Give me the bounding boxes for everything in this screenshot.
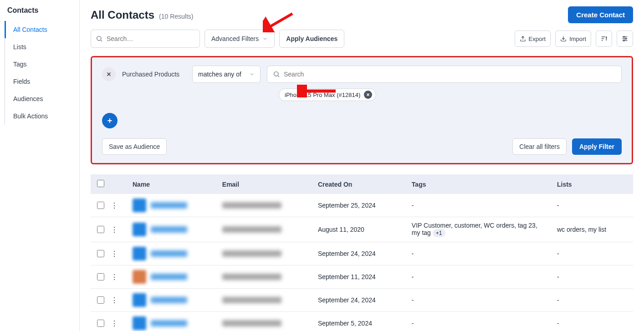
row-menu-button[interactable]: ⋮: [109, 201, 120, 210]
table-row: ⋮September 24, 2024--: [91, 242, 633, 265]
col-tags[interactable]: Tags: [405, 174, 551, 194]
tags-cell: -: [405, 312, 551, 331]
created-on: September 24, 2024: [312, 242, 405, 265]
filter-chip-label: iPhone 15 Pro Max (#12814): [285, 92, 360, 98]
sidebar-item-tags[interactable]: Tags: [5, 56, 79, 73]
remove-chip-button[interactable]: [364, 91, 372, 99]
avatar: [133, 199, 146, 212]
search-icon: [96, 35, 103, 42]
add-filter-button[interactable]: [102, 113, 118, 128]
contact-name[interactable]: [151, 274, 187, 280]
export-button[interactable]: Export: [515, 31, 551, 47]
row-menu-button[interactable]: ⋮: [109, 273, 120, 281]
lists-cell: -: [551, 312, 633, 331]
more-tags-badge[interactable]: +1: [433, 229, 445, 237]
clear-filters-button[interactable]: Clear all filters: [512, 138, 567, 155]
table-row: ⋮August 11, 2020VIP Customer, customer, …: [91, 217, 633, 242]
row-checkbox[interactable]: [97, 226, 104, 233]
filter-settings-button[interactable]: [617, 31, 633, 47]
col-lists[interactable]: Lists: [551, 174, 633, 194]
sort-icon: [600, 35, 608, 42]
save-as-audience-button[interactable]: Save as Audience: [102, 138, 167, 155]
lists-cell: -: [551, 289, 633, 312]
apply-audiences-button[interactable]: Apply Audiences: [279, 30, 344, 48]
col-name[interactable]: Name: [126, 174, 216, 194]
row-checkbox[interactable]: [97, 296, 104, 304]
contact-email: [222, 250, 281, 257]
contact-email: [222, 202, 281, 209]
svg-point-9: [624, 36, 625, 38]
created-on: September 11, 2024: [312, 265, 405, 289]
contact-name[interactable]: [151, 297, 187, 303]
row-checkbox[interactable]: [97, 273, 104, 280]
close-icon: [366, 92, 370, 97]
col-email[interactable]: Email: [216, 174, 312, 194]
search-input[interactable]: [107, 35, 195, 42]
chevron-down-icon: [249, 71, 255, 77]
create-contact-button[interactable]: Create Contact: [568, 6, 633, 23]
advanced-filters-label: Advanced Filters: [211, 35, 259, 42]
table-row: ⋮September 11, 2024--: [91, 265, 633, 289]
filter-chip: iPhone 15 Pro Max (#12814): [279, 88, 376, 101]
sort-settings-button[interactable]: [596, 31, 612, 47]
row-checkbox[interactable]: [97, 250, 104, 257]
import-button[interactable]: Import: [555, 31, 591, 47]
filter-panel: Purchased Products matches any of iPhone…: [91, 56, 633, 164]
filter-value-input[interactable]: [284, 71, 616, 78]
table-header-row: Name Email Created On Tags Lists: [91, 174, 633, 194]
created-on: September 24, 2024: [312, 289, 405, 312]
page-title-text: All Contacts: [91, 9, 154, 21]
toolbar: Advanced Filters Apply Audiences Export …: [91, 30, 633, 48]
lists-cell: wc orders, my list: [551, 217, 633, 242]
created-on: August 11, 2020: [312, 217, 405, 242]
main-content: All Contacts (10 Results) Create Contact…: [80, 0, 644, 331]
svg-point-11: [625, 38, 627, 40]
export-label: Export: [529, 36, 546, 42]
export-icon: [520, 36, 526, 42]
table-row: ⋮September 24, 2024--: [91, 289, 633, 312]
avatar: [133, 270, 146, 284]
tags-cell: VIP Customer, customer, WC orders, tag 2…: [405, 217, 551, 242]
col-created[interactable]: Created On: [312, 174, 405, 194]
search-icon: [273, 71, 280, 78]
sidebar-item-bulk-actions[interactable]: Bulk Actions: [5, 107, 79, 125]
row-checkbox[interactable]: [97, 320, 104, 327]
row-menu-button[interactable]: ⋮: [109, 225, 120, 234]
filter-operator-select[interactable]: matches any of: [192, 66, 261, 83]
contact-name[interactable]: [151, 226, 187, 233]
row-menu-button[interactable]: ⋮: [109, 250, 120, 258]
row-menu-button[interactable]: ⋮: [109, 296, 120, 305]
results-count: (10 Results): [159, 13, 193, 20]
contact-name[interactable]: [151, 202, 187, 209]
import-icon: [560, 36, 567, 42]
created-on: September 5, 2024: [312, 312, 405, 331]
search-box[interactable]: [91, 30, 200, 48]
filter-value-search[interactable]: [267, 66, 622, 83]
row-menu-button[interactable]: ⋮: [109, 319, 120, 328]
tags-cell: -: [405, 289, 551, 312]
contacts-table: Name Email Created On Tags Lists ⋮Septem…: [91, 174, 633, 331]
contact-email: [222, 226, 281, 233]
lists-cell: -: [551, 242, 633, 265]
remove-filter-button[interactable]: [102, 67, 116, 81]
tags-cell: -: [405, 194, 551, 217]
tags-cell: -: [405, 242, 551, 265]
table-row: ⋮September 5, 2024--: [91, 312, 633, 331]
contact-email: [222, 320, 281, 326]
apply-filter-button[interactable]: Apply Filter: [572, 138, 622, 155]
select-all-checkbox[interactable]: [97, 180, 104, 187]
row-checkbox[interactable]: [97, 202, 104, 209]
sidebar-item-audiences[interactable]: Audiences: [5, 90, 79, 107]
filter-operator-value: matches any of: [198, 71, 241, 78]
filter-field-label: Purchased Products: [122, 71, 186, 78]
tags-cell: -: [405, 265, 551, 289]
sidebar-item-lists[interactable]: Lists: [5, 38, 79, 56]
sidebar-item-fields[interactable]: Fields: [5, 73, 79, 90]
avatar: [133, 223, 146, 236]
contact-name[interactable]: [151, 250, 187, 257]
contact-name[interactable]: [151, 320, 187, 326]
page-title: All Contacts (10 Results): [91, 9, 193, 21]
sidebar-item-all-contacts[interactable]: All Contacts: [5, 21, 79, 38]
lists-cell: -: [551, 194, 633, 217]
advanced-filters-button[interactable]: Advanced Filters: [204, 30, 275, 48]
